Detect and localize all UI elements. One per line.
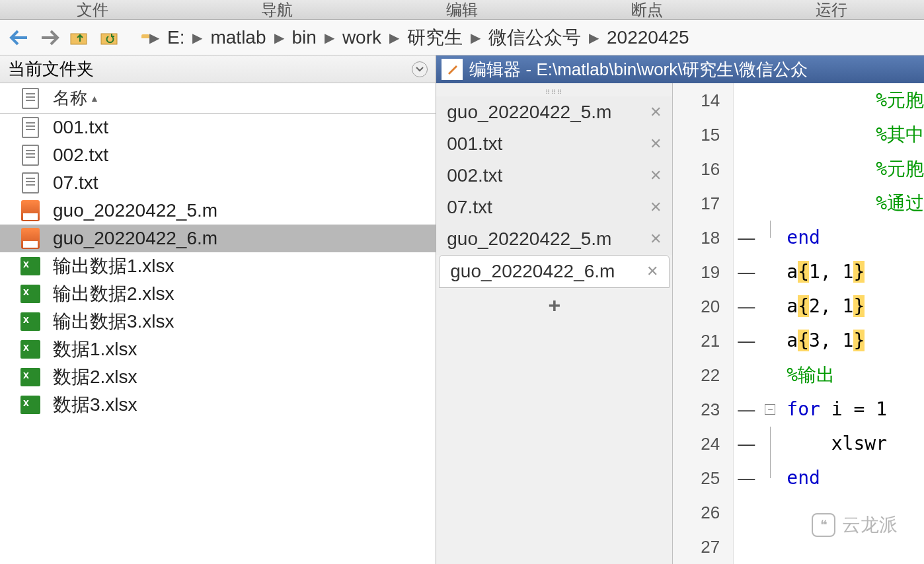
file-row[interactable]: 输出数据3.xlsx <box>0 308 436 335</box>
fold-marker[interactable] <box>759 186 781 221</box>
menu-edit[interactable]: 编辑 <box>369 0 555 22</box>
editor-tab[interactable]: guo_20220422_5.m✕ <box>436 223 672 255</box>
code-text[interactable]: %元胞 %其中 %元胞 %通过enda{1, 1}a{2, 1}a{3, 1}%… <box>781 83 924 564</box>
breadcrumb-item[interactable]: matlab <box>210 27 266 48</box>
arrow-left-icon <box>9 28 30 47</box>
code-line[interactable]: end <box>787 461 924 495</box>
code-line[interactable]: %其中 <box>787 118 924 152</box>
breakpoint-marker[interactable]: — <box>734 324 759 358</box>
xlsx-file-icon <box>8 396 53 414</box>
breakpoint-marker[interactable]: — <box>734 461 759 495</box>
fold-marker[interactable] <box>759 83 781 118</box>
fold-marker[interactable] <box>759 289 781 324</box>
menu-nav[interactable]: 导航 <box>185 0 370 22</box>
breadcrumb-item[interactable]: bin <box>292 27 317 48</box>
fold-marker[interactable] <box>759 152 781 186</box>
breakpoint-marker[interactable]: — <box>734 255 759 289</box>
code-line[interactable]: %输出 <box>787 358 924 392</box>
code-line[interactable]: %元胞 <box>787 83 924 118</box>
breakpoint-marker[interactable]: — <box>734 427 759 461</box>
panel-dropdown[interactable] <box>412 61 428 77</box>
xlsx-file-icon <box>8 285 53 303</box>
fold-gutter[interactable]: − <box>759 83 781 564</box>
breakpoint-gutter[interactable]: ——————— <box>734 83 759 564</box>
fold-marker[interactable] <box>759 221 781 255</box>
grab-handle[interactable]: ⠿⠿⠿ <box>436 88 672 96</box>
breadcrumb-item[interactable]: 20220425 <box>607 27 689 48</box>
fold-marker[interactable] <box>759 358 781 392</box>
breadcrumb-item[interactable]: work <box>342 27 381 48</box>
code-line[interactable]: xlswr <box>787 427 924 461</box>
breakpoint-marker[interactable]: — <box>734 392 759 427</box>
file-row[interactable]: guo_20220422_5.m <box>0 197 436 225</box>
breakpoint-marker[interactable] <box>734 152 759 186</box>
up-folder-button[interactable] <box>67 25 93 50</box>
file-row[interactable]: 数据2.xlsx <box>0 363 436 391</box>
file-row[interactable]: 07.txt <box>0 169 436 197</box>
code-line[interactable]: %通过 <box>787 186 924 221</box>
code-line[interactable]: for i = 1 <box>787 392 924 427</box>
fold-marker[interactable]: − <box>759 392 781 427</box>
editor-tab[interactable]: guo_20220422_5.m✕ <box>436 96 672 128</box>
file-row[interactable]: 002.txt <box>0 141 436 169</box>
breakpoint-marker[interactable]: — <box>734 221 759 255</box>
editor-icon <box>442 59 463 80</box>
file-row[interactable]: 数据3.xlsx <box>0 391 436 419</box>
tabs-panel: ⠿⠿⠿ guo_20220422_5.m✕001.txt✕002.txt✕07.… <box>436 83 673 564</box>
file-row[interactable]: guo_20220422_6.m <box>0 225 436 252</box>
editor-header: 编辑器 - E:\matlab\bin\work\研究生\微信公众 <box>436 55 924 83</box>
close-icon[interactable]: ✕ <box>650 230 662 248</box>
fold-marker[interactable] <box>759 324 781 358</box>
fold-marker[interactable] <box>759 530 781 564</box>
file-row[interactable]: 数据1.xlsx <box>0 335 436 363</box>
column-name[interactable]: 名称 ▲ <box>53 87 99 110</box>
breadcrumb-item[interactable]: 研究生 <box>407 25 463 50</box>
breadcrumb-item[interactable]: E: <box>167 27 184 48</box>
code-line[interactable]: a{2, 1} <box>787 289 924 324</box>
fold-marker[interactable] <box>759 118 781 152</box>
watermark-text: 云龙派 <box>842 512 898 538</box>
breakpoint-marker[interactable] <box>734 358 759 392</box>
editor-tab[interactable]: guo_20220422_6.m✕ <box>439 255 670 288</box>
file-row[interactable]: 输出数据1.xlsx <box>0 252 436 280</box>
code-panel[interactable]: 1415161718192021222324252627 ——————— − %… <box>673 83 924 564</box>
file-row[interactable]: 001.txt <box>0 114 436 141</box>
editor-tab[interactable]: 002.txt✕ <box>436 160 672 192</box>
breakpoint-marker[interactable] <box>734 186 759 221</box>
close-icon[interactable]: ✕ <box>646 263 658 280</box>
code-line[interactable]: end <box>787 221 924 255</box>
refresh-folder-button[interactable] <box>98 25 123 50</box>
forward-button[interactable] <box>37 25 62 50</box>
menu-file[interactable]: 文件 <box>0 0 185 22</box>
fold-marker[interactable] <box>759 495 781 530</box>
code-line[interactable]: %元胞 <box>787 152 924 186</box>
fold-marker[interactable] <box>759 427 781 461</box>
code-line[interactable]: a{3, 1} <box>787 324 924 358</box>
breakpoint-marker[interactable] <box>734 118 759 152</box>
breadcrumb-item[interactable]: 微信公众号 <box>488 25 581 50</box>
fold-marker[interactable] <box>759 255 781 289</box>
column-header[interactable]: 名称 ▲ <box>0 83 436 114</box>
close-icon[interactable]: ✕ <box>650 167 662 184</box>
editor-title: 编辑器 - E:\matlab\bin\work\研究生\微信公众 <box>469 58 807 81</box>
close-icon[interactable]: ✕ <box>650 104 662 121</box>
line-number: 16 <box>673 152 720 186</box>
breakpoint-marker[interactable] <box>734 83 759 118</box>
editor-tab[interactable]: 001.txt✕ <box>436 128 672 160</box>
menu-run[interactable]: 运行 <box>739 0 924 22</box>
m-file-icon <box>8 200 53 221</box>
menu-breakpoint[interactable]: 断点 <box>555 0 740 22</box>
breadcrumb-sep: ▶ <box>389 30 399 46</box>
file-row[interactable]: 输出数据2.xlsx <box>0 280 436 308</box>
breakpoint-marker[interactable] <box>734 530 759 564</box>
sort-ascending-icon: ▲ <box>90 93 99 104</box>
editor-tab[interactable]: 07.txt✕ <box>436 192 672 223</box>
add-tab-button[interactable]: + <box>436 288 672 323</box>
breakpoint-marker[interactable]: — <box>734 289 759 324</box>
fold-marker[interactable] <box>759 461 781 495</box>
back-button[interactable] <box>7 25 32 50</box>
breakpoint-marker[interactable] <box>734 495 759 530</box>
close-icon[interactable]: ✕ <box>650 135 662 153</box>
close-icon[interactable]: ✕ <box>650 199 662 216</box>
code-line[interactable]: a{1, 1} <box>787 255 924 289</box>
